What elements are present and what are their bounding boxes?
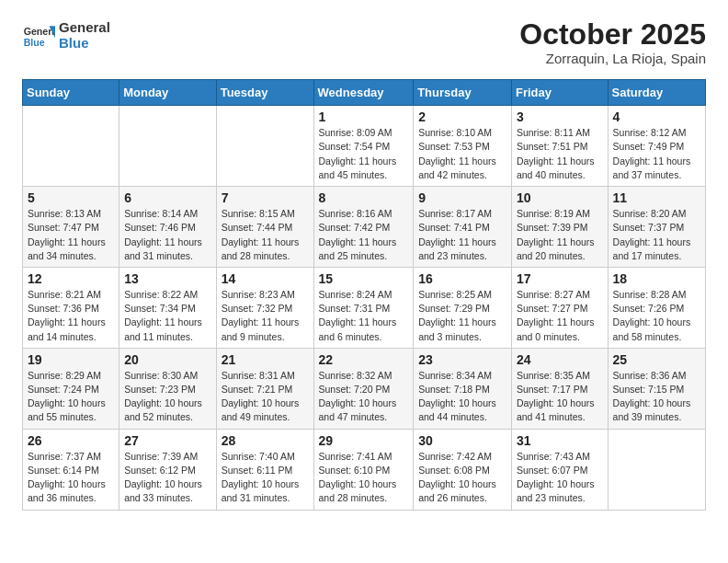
- cell-day-number: 27: [124, 433, 210, 448]
- cell-info-text: Sunrise: 8:20 AMSunset: 7:37 PMDaylight:…: [613, 207, 700, 263]
- calendar-cell: 20Sunrise: 8:30 AMSunset: 7:23 PMDayligh…: [119, 348, 216, 429]
- cell-day-number: 6: [124, 190, 210, 205]
- logo-icon: General Blue: [22, 18, 55, 52]
- cell-day-number: 25: [613, 352, 700, 367]
- cell-day-number: 20: [124, 352, 210, 367]
- calendar-cell: [216, 106, 313, 187]
- cell-day-number: 23: [418, 352, 506, 367]
- cell-info-text: Sunrise: 8:19 AMSunset: 7:39 PMDaylight:…: [517, 207, 603, 263]
- title-block: October 2025 Zorraquin, La Rioja, Spain: [519, 18, 706, 66]
- cell-info-text: Sunrise: 8:28 AMSunset: 7:26 PMDaylight:…: [613, 288, 700, 344]
- calendar-cell: 18Sunrise: 8:28 AMSunset: 7:26 PMDayligh…: [608, 267, 705, 348]
- calendar-cell: 10Sunrise: 8:19 AMSunset: 7:39 PMDayligh…: [511, 187, 608, 268]
- cell-info-text: Sunrise: 8:23 AMSunset: 7:32 PMDaylight:…: [222, 288, 309, 344]
- cell-info-text: Sunrise: 8:30 AMSunset: 7:23 PMDaylight:…: [124, 369, 210, 425]
- calendar-cell: 4Sunrise: 8:12 AMSunset: 7:49 PMDaylight…: [608, 106, 705, 187]
- calendar-cell: 25Sunrise: 8:36 AMSunset: 7:15 PMDayligh…: [608, 348, 705, 429]
- cell-info-text: Sunrise: 8:12 AMSunset: 7:49 PMDaylight:…: [613, 126, 700, 182]
- cell-day-number: 13: [124, 271, 210, 286]
- cell-day-number: 19: [28, 352, 114, 367]
- header-saturday: Saturday: [608, 80, 705, 106]
- cell-info-text: Sunrise: 8:24 AMSunset: 7:31 PMDaylight:…: [319, 288, 409, 344]
- calendar-cell: 24Sunrise: 8:35 AMSunset: 7:17 PMDayligh…: [511, 348, 608, 429]
- header-sunday: Sunday: [23, 80, 119, 106]
- cell-info-text: Sunrise: 8:15 AMSunset: 7:44 PMDaylight:…: [222, 207, 309, 263]
- cell-day-number: 24: [517, 352, 603, 367]
- calendar-cell: 11Sunrise: 8:20 AMSunset: 7:37 PMDayligh…: [608, 187, 705, 268]
- cell-info-text: Sunrise: 8:32 AMSunset: 7:20 PMDaylight:…: [319, 369, 409, 425]
- calendar-cell: 6Sunrise: 8:14 AMSunset: 7:46 PMDaylight…: [119, 187, 216, 268]
- calendar-week-row: 12Sunrise: 8:21 AMSunset: 7:36 PMDayligh…: [23, 267, 706, 348]
- calendar-cell: [119, 106, 216, 187]
- cell-info-text: Sunrise: 7:43 AMSunset: 6:07 PMDaylight:…: [517, 450, 603, 506]
- calendar-week-row: 19Sunrise: 8:29 AMSunset: 7:24 PMDayligh…: [23, 348, 706, 429]
- calendar-week-row: 5Sunrise: 8:13 AMSunset: 7:47 PMDaylight…: [23, 187, 706, 268]
- cell-info-text: Sunrise: 8:34 AMSunset: 7:18 PMDaylight:…: [418, 369, 506, 425]
- cell-day-number: 17: [517, 271, 603, 286]
- cell-day-number: 18: [613, 271, 700, 286]
- cell-day-number: 9: [418, 190, 506, 205]
- cell-day-number: 31: [517, 433, 603, 448]
- days-of-week-row: Sunday Monday Tuesday Wednesday Thursday…: [23, 80, 706, 106]
- cell-info-text: Sunrise: 7:37 AMSunset: 6:14 PMDaylight:…: [28, 450, 114, 506]
- header: General Blue General Blue October 2025 Z…: [22, 18, 706, 66]
- cell-day-number: 16: [418, 271, 506, 286]
- calendar-cell: 8Sunrise: 8:16 AMSunset: 7:42 PMDaylight…: [313, 187, 414, 268]
- cell-day-number: 26: [28, 433, 114, 448]
- cell-info-text: Sunrise: 8:25 AMSunset: 7:29 PMDaylight:…: [418, 288, 506, 344]
- header-monday: Monday: [119, 80, 216, 106]
- cell-day-number: 7: [222, 190, 309, 205]
- calendar-cell: 30Sunrise: 7:42 AMSunset: 6:08 PMDayligh…: [414, 429, 512, 510]
- cell-day-number: 8: [319, 190, 409, 205]
- cell-info-text: Sunrise: 7:42 AMSunset: 6:08 PMDaylight:…: [418, 450, 506, 506]
- cell-day-number: 10: [517, 190, 603, 205]
- calendar-cell: 22Sunrise: 8:32 AMSunset: 7:20 PMDayligh…: [313, 348, 414, 429]
- calendar-week-row: 26Sunrise: 7:37 AMSunset: 6:14 PMDayligh…: [23, 429, 706, 510]
- cell-info-text: Sunrise: 8:22 AMSunset: 7:34 PMDaylight:…: [124, 288, 210, 344]
- cell-day-number: 28: [222, 433, 309, 448]
- cell-info-text: Sunrise: 8:17 AMSunset: 7:41 PMDaylight:…: [418, 207, 506, 263]
- cell-day-number: 3: [517, 109, 603, 124]
- calendar-table: Sunday Monday Tuesday Wednesday Thursday…: [22, 79, 706, 510]
- cell-day-number: 4: [613, 109, 700, 124]
- calendar-cell: 23Sunrise: 8:34 AMSunset: 7:18 PMDayligh…: [414, 348, 512, 429]
- header-tuesday: Tuesday: [216, 80, 313, 106]
- calendar-cell: 19Sunrise: 8:29 AMSunset: 7:24 PMDayligh…: [23, 348, 119, 429]
- calendar-cell: 13Sunrise: 8:22 AMSunset: 7:34 PMDayligh…: [119, 267, 216, 348]
- cell-day-number: 2: [418, 109, 506, 124]
- calendar-subtitle: Zorraquin, La Rioja, Spain: [519, 51, 706, 66]
- calendar-cell: 3Sunrise: 8:11 AMSunset: 7:51 PMDaylight…: [511, 106, 608, 187]
- calendar-cell: 9Sunrise: 8:17 AMSunset: 7:41 PMDaylight…: [414, 187, 512, 268]
- cell-info-text: Sunrise: 8:13 AMSunset: 7:47 PMDaylight:…: [28, 207, 114, 263]
- calendar-cell: 1Sunrise: 8:09 AMSunset: 7:54 PMDaylight…: [313, 106, 414, 187]
- calendar-cell: 21Sunrise: 8:31 AMSunset: 7:21 PMDayligh…: [216, 348, 313, 429]
- cell-info-text: Sunrise: 8:09 AMSunset: 7:54 PMDaylight:…: [319, 126, 409, 182]
- calendar-cell: 16Sunrise: 8:25 AMSunset: 7:29 PMDayligh…: [414, 267, 512, 348]
- cell-info-text: Sunrise: 8:10 AMSunset: 7:53 PMDaylight:…: [418, 126, 506, 182]
- header-thursday: Thursday: [414, 80, 512, 106]
- calendar-cell: 17Sunrise: 8:27 AMSunset: 7:27 PMDayligh…: [511, 267, 608, 348]
- cell-day-number: 21: [222, 352, 309, 367]
- cell-day-number: 5: [28, 190, 114, 205]
- cell-info-text: Sunrise: 8:14 AMSunset: 7:46 PMDaylight:…: [124, 207, 210, 263]
- cell-info-text: Sunrise: 7:39 AMSunset: 6:12 PMDaylight:…: [124, 450, 210, 506]
- logo-text-general: General: [59, 19, 110, 35]
- logo-text-blue: Blue: [59, 35, 110, 51]
- header-wednesday: Wednesday: [313, 80, 414, 106]
- cell-info-text: Sunrise: 8:27 AMSunset: 7:27 PMDaylight:…: [517, 288, 603, 344]
- calendar-body: 1Sunrise: 8:09 AMSunset: 7:54 PMDaylight…: [23, 106, 706, 510]
- cell-info-text: Sunrise: 8:36 AMSunset: 7:15 PMDaylight:…: [613, 369, 700, 425]
- calendar-cell: [608, 429, 705, 510]
- calendar-week-row: 1Sunrise: 8:09 AMSunset: 7:54 PMDaylight…: [23, 106, 706, 187]
- cell-day-number: 15: [319, 271, 409, 286]
- cell-info-text: Sunrise: 8:35 AMSunset: 7:17 PMDaylight:…: [517, 369, 603, 425]
- svg-text:Blue: Blue: [24, 37, 45, 48]
- cell-info-text: Sunrise: 8:16 AMSunset: 7:42 PMDaylight:…: [319, 207, 409, 263]
- calendar-cell: 27Sunrise: 7:39 AMSunset: 6:12 PMDayligh…: [119, 429, 216, 510]
- cell-info-text: Sunrise: 8:21 AMSunset: 7:36 PMDaylight:…: [28, 288, 114, 344]
- logo: General Blue General Blue: [22, 18, 110, 52]
- cell-info-text: Sunrise: 7:40 AMSunset: 6:11 PMDaylight:…: [222, 450, 309, 506]
- cell-info-text: Sunrise: 8:29 AMSunset: 7:24 PMDaylight:…: [28, 369, 114, 425]
- cell-day-number: 12: [28, 271, 114, 286]
- cell-info-text: Sunrise: 8:11 AMSunset: 7:51 PMDaylight:…: [517, 126, 603, 182]
